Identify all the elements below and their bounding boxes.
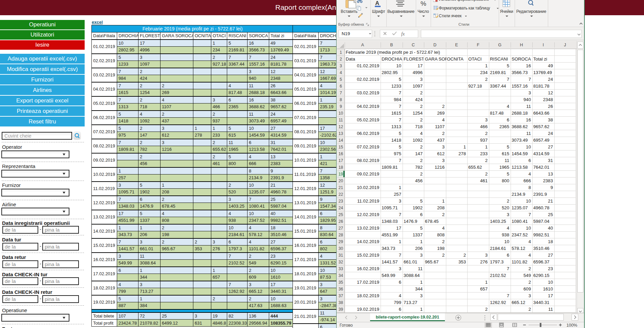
svg-text:%: %	[421, 0, 426, 7]
svg-text:fx: fx	[401, 31, 405, 37]
svg-text:A: A	[375, 0, 379, 6]
svg-text:100%: 100%	[566, 323, 577, 328]
